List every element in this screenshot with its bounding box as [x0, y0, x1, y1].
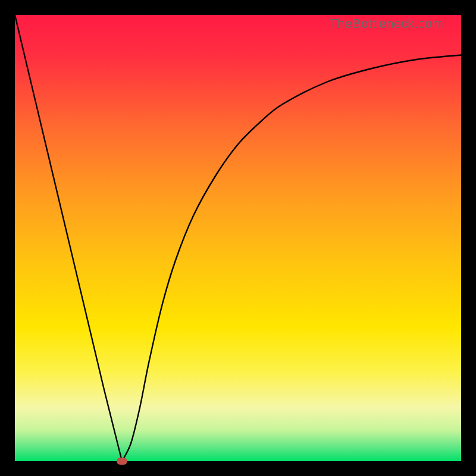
min-marker — [117, 458, 127, 465]
chart-frame: TheBottleneck.com — [15, 15, 461, 461]
bottleneck-curve — [15, 15, 461, 461]
